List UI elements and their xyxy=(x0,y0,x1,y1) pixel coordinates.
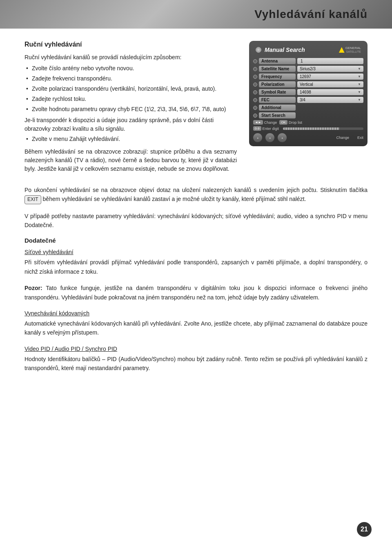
dodatecne-section: Dodatečné Síťové vyhledávání Při síťovém… xyxy=(24,237,368,373)
exit-button-label: EXIT xyxy=(24,195,41,204)
brand-logo: GENERAL SATELLITE xyxy=(339,47,361,53)
pid-text: Hodnoty Identifikátoru balíčků – PID (Au… xyxy=(24,355,368,373)
list-item: Zadejte rychlost toku. xyxy=(24,95,237,103)
bottom-buttons: ● ● ● Change Exit xyxy=(253,133,363,142)
radio-btn xyxy=(253,59,257,63)
bottom-labels: Change Exit xyxy=(336,133,363,142)
radio-btn xyxy=(253,98,257,102)
pozor-para: Pozor: Tato funkce funguje, jestliže na … xyxy=(24,283,368,302)
field-label: Start Search xyxy=(259,112,296,118)
ui-title: Manual Search xyxy=(265,47,305,53)
list-item: Zvolte hodnotu parametru opravy chyb FEC… xyxy=(24,105,237,114)
field-value: Sirius2/3 ▼ xyxy=(297,66,363,72)
bottom-circle-btn[interactable]: ● xyxy=(278,133,287,142)
manual-search-ui: Manual Search GENERAL SATELLITE xyxy=(249,41,368,173)
field-additional: Additional xyxy=(253,105,363,111)
field-label: FEC xyxy=(259,97,296,103)
radio-btn xyxy=(253,90,257,94)
page-number: 21 xyxy=(357,522,372,537)
pid-section: Video PID / Audio PID / Synchro PID Hodn… xyxy=(24,346,368,373)
ui-box: Manual Search GENERAL SATELLITE xyxy=(249,41,368,146)
skip-title: Vynechávání kódovaných xyxy=(24,310,368,317)
bottom-circle-btn[interactable]: ● xyxy=(253,133,262,142)
radio-btn xyxy=(253,106,257,110)
field-polarization: Polarization Vertical ▼ xyxy=(253,81,363,87)
field-label: Frequency xyxy=(259,74,296,80)
field-value: 12697 ▼ xyxy=(297,74,363,80)
field-start-search: Start Search xyxy=(253,112,363,118)
dodatecne-title: Dodatečné xyxy=(24,237,368,244)
after-search-para: Po ukončení vyhledávání se na obrazovce … xyxy=(24,185,368,204)
progress-fill xyxy=(283,127,339,130)
bullet-list-2: Zvolte v menu Zahájit vyhledávání. xyxy=(24,135,237,143)
during-search-text: Během vyhledávání se na obrazovce zobraz… xyxy=(24,147,237,173)
radio-btn xyxy=(253,67,257,71)
network-text: Při síťovém vyhledávání provádí přijímač… xyxy=(24,258,368,276)
field-label: Additional xyxy=(259,105,296,111)
field-value: Vertical ▼ xyxy=(297,81,363,87)
btn-hints-2: 0-9 Enter digit xyxy=(253,126,363,131)
manual-search-text: Ruční vyhledávání Ruční vyhledávání kaná… xyxy=(24,41,237,173)
field-label: Antenna xyxy=(259,58,296,64)
network-search-section: Síťové vyhledávání Při síťovém vyhledává… xyxy=(24,249,368,302)
intro-text: Ruční vyhledávání kanálů se provádí násl… xyxy=(24,53,237,62)
field-frequency: Frequency 12697 ▼ xyxy=(253,74,363,80)
field-value: 3/4 ▼ xyxy=(297,97,363,103)
page-header: Vyhledávání kanálů xyxy=(0,0,392,29)
field-label: Polarization xyxy=(259,81,296,87)
radio-btn xyxy=(253,83,257,87)
list-item: Zvolte polarizaci transpondéru (vertikál… xyxy=(24,85,237,93)
radio-btn xyxy=(253,75,257,79)
skip-section: Vynechávání kódovaných Automatické vynec… xyxy=(24,310,368,337)
field-fec: FEC 3/4 ▼ xyxy=(253,97,363,103)
network-title: Síťové vyhledávání xyxy=(24,249,368,255)
field-label: Satellite Name xyxy=(259,66,296,72)
list-item: Zvolte v menu Zahájit vyhledávání. xyxy=(24,135,237,143)
page-title: Vyhledávání kanálů xyxy=(254,8,368,21)
pid-title: Video PID / Audio PID / Synchro PID xyxy=(24,346,368,352)
bottom-circle-btn[interactable]: ● xyxy=(265,133,274,142)
main-content: Ruční vyhledávání Ruční vyhledávání kaná… xyxy=(0,41,392,397)
progress-bar xyxy=(283,127,363,130)
ui-box-header: Manual Search GENERAL SATELLITE xyxy=(253,45,363,55)
field-antenna: Antenna 1 xyxy=(253,58,363,64)
skip-text: Automatické vynechávání kódovaných kanál… xyxy=(24,319,368,337)
bullet-list: Zvolte číslo antény nebo vytvořte novou.… xyxy=(24,64,237,114)
list-item: Zadejte frekvenci transpondéru. xyxy=(24,74,237,83)
ui-circle-icon xyxy=(256,47,261,53)
field-symbol-rate: Symbol Rate 14698 ▼ xyxy=(253,89,363,95)
btn-hints: ◄► Change OK Drop list xyxy=(253,120,363,125)
list-item: Zvolte číslo antény nebo vytvořte novou. xyxy=(24,64,237,73)
radio-btn xyxy=(253,114,257,118)
section-heading: Ruční vyhledávání xyxy=(24,41,237,48)
manual-note: Je-li transpondér k dispozici a údaje js… xyxy=(24,116,237,133)
additional-note: V případě potřeby nastavte parametry vyh… xyxy=(24,212,368,230)
field-value: 14698 ▼ xyxy=(297,89,363,95)
field-satellite: Satellite Name Sirius2/3 ▼ xyxy=(253,66,363,72)
field-value: 1 xyxy=(297,58,363,64)
top-section: Ruční vyhledávání Ruční vyhledávání kaná… xyxy=(24,41,368,173)
field-label: Symbol Rate xyxy=(259,89,296,95)
